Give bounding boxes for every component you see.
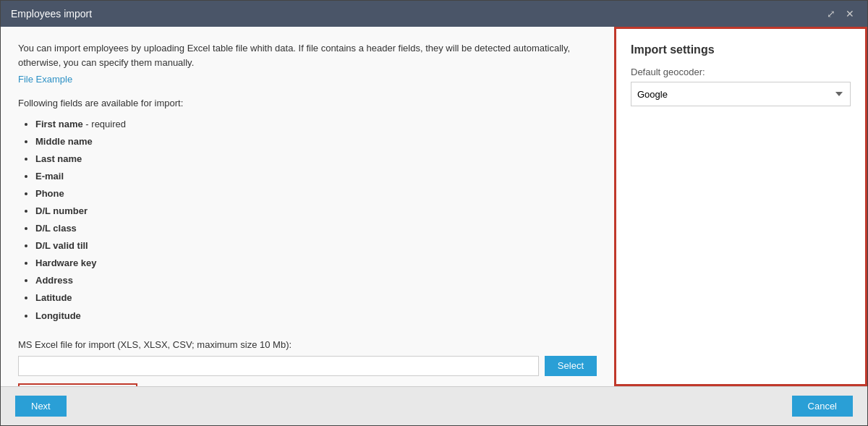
file-upload-section: MS Excel file for import (XLS, XLSX, CSV…	[18, 325, 597, 386]
file-upload-label: MS Excel file for import (XLS, XLSX, CSV…	[18, 339, 597, 350]
dialog-body: You can import employees by uploading Ex…	[1, 27, 867, 386]
fields-list: First name - requiredMiddle nameLast nam…	[18, 116, 597, 325]
next-button[interactable]: Next	[15, 396, 67, 417]
import-settings-title: Import settings	[631, 43, 851, 56]
cancel-button[interactable]: Cancel	[792, 396, 853, 417]
select-file-button[interactable]: Select	[545, 356, 597, 376]
geocoder-select[interactable]: GoogleBingOpenStreetMap	[631, 82, 851, 106]
title-bar: Employees import ⤢ ✕	[1, 1, 867, 27]
employees-import-dialog: Employees import ⤢ ✕ You can import empl…	[0, 0, 868, 426]
list-item: Latitude	[35, 289, 597, 307]
list-item: Longitude	[35, 307, 597, 325]
dialog-footer: Next Cancel	[1, 386, 867, 425]
resize-button[interactable]: ⤢	[824, 7, 838, 21]
list-item: Last name	[35, 150, 597, 168]
list-item: Middle name	[35, 133, 597, 150]
list-item: Hardware key	[35, 255, 597, 272]
list-item: Phone	[35, 185, 597, 203]
list-item: D/L valid till	[35, 237, 597, 255]
list-item: D/L class	[35, 220, 597, 237]
list-item: First name - required	[35, 116, 597, 133]
list-item: D/L number	[35, 203, 597, 220]
file-example-link[interactable]: File Example	[18, 74, 597, 85]
intro-text: You can import employees by uploading Ex…	[18, 41, 597, 69]
fields-title: Following fields are available for impor…	[18, 98, 597, 108]
main-panel: You can import employees by uploading Ex…	[1, 27, 614, 386]
close-button[interactable]: ✕	[843, 7, 857, 21]
title-bar-controls: ⤢ ✕	[824, 7, 857, 21]
list-item: E-mail	[35, 168, 597, 185]
side-panel: Import settings Default geocoder: Google…	[614, 27, 867, 386]
geocoder-label: Default geocoder:	[631, 67, 851, 77]
file-input-row: Select	[18, 356, 597, 376]
file-path-input[interactable]	[18, 356, 539, 376]
dialog-title: Employees import	[11, 8, 92, 20]
list-item: Address	[35, 272, 597, 289]
